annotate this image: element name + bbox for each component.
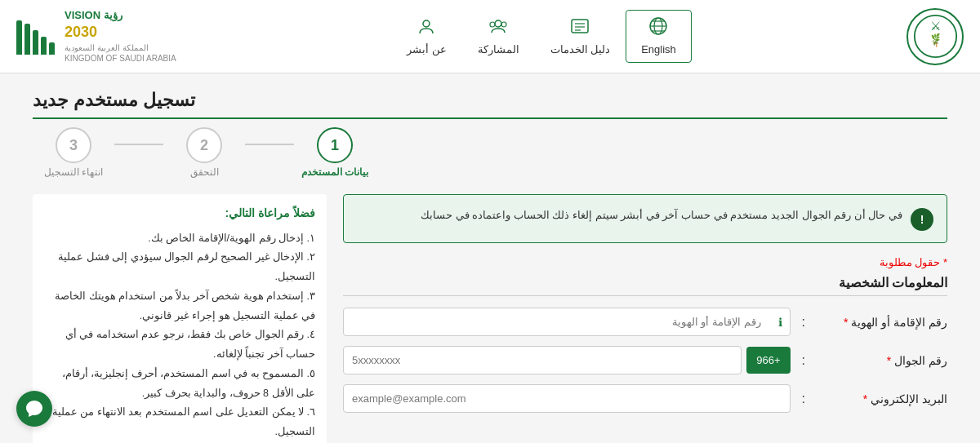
id-label: رقم الإقامة أو الهوية * [817, 316, 947, 329]
email-field-row: البريد الإلكتروني * : [343, 384, 947, 413]
vision-year: 2030 [65, 23, 97, 42]
step-line-2 [114, 144, 163, 145]
nav-participation[interactable]: المشاركة [462, 10, 535, 63]
email-required: * [863, 392, 867, 405]
bar-2 [41, 37, 47, 55]
participation-label: المشاركة [478, 43, 519, 55]
mobile-required: * [887, 354, 891, 367]
phone-row: +966 [343, 346, 791, 374]
phone-code: +966 [746, 347, 790, 374]
main-content: تسجيل مستخدم جديد 1 بيانات المستخدم 2 ال… [16, 73, 964, 443]
notes-section: فضلاً مراعاة التالي: ١. إدخال رقم الهوية… [33, 194, 327, 443]
step-3-circle: 3 [56, 127, 91, 163]
bar-4 [24, 24, 30, 55]
services-label: دليل الخدمات [550, 43, 611, 55]
info-text: في حال أن رقم الجوال الجديد مستخدم في حس… [421, 206, 902, 224]
steps-row: 1 بيانات المستخدم 2 التحقق 3 انتهاء التس… [33, 127, 947, 178]
note-2: ٢. الإدخال غير الصحيح لرقم الجوال سيؤدي … [44, 248, 315, 287]
svg-point-15 [501, 22, 506, 27]
bar-1 [49, 42, 55, 55]
header-nav: English دليل الخدمات المشاركة عن أبشر [391, 10, 692, 63]
required-note: * حقول مطلوبة [343, 256, 947, 268]
svg-text:🌴: 🌴 [932, 40, 940, 47]
email-input-wrap [343, 384, 791, 413]
page-title: تسجيل مستخدم جديد [33, 90, 195, 111]
bar-5 [16, 20, 22, 55]
mobile-field-row: رقم الجوال * : +966 [343, 346, 947, 374]
logo: 🌿 ⚔ 🌴 [906, 8, 964, 65]
id-input-wrap: ℹ [343, 308, 791, 336]
nav-absher[interactable]: عن أبشر [391, 10, 462, 63]
svg-point-14 [490, 22, 495, 27]
absher-icon [416, 17, 437, 40]
step-3: 3 انتهاء التسجيل [33, 127, 114, 178]
mobile-label-text: رقم الجوال [894, 354, 947, 367]
vision-logo: رؤية VISION 2030 المملكة العربية السعودي… [65, 9, 176, 63]
step-2: 2 التحقق [163, 127, 245, 178]
mobile-input[interactable] [343, 346, 742, 374]
step-1-label: بيانات المستخدم [301, 166, 368, 178]
vision-title: رؤية VISION [65, 9, 122, 23]
id-colon: : [802, 315, 805, 330]
english-icon [648, 17, 669, 40]
email-label-text: البريد الإلكتروني [871, 392, 947, 405]
id-field-row: رقم الإقامة أو الهوية * : ℹ [343, 308, 947, 336]
step-line-1 [245, 144, 294, 145]
step-1: 1 بيانات المستخدم [294, 127, 376, 178]
required-asterisk: * [943, 256, 947, 268]
chat-bubble[interactable] [16, 391, 52, 427]
mobile-label: رقم الجوال * [817, 354, 947, 367]
logo-svg: 🌿 ⚔ 🌴 [913, 14, 958, 59]
vision-bar-chart [16, 18, 55, 55]
step-3-label: انتهاء التسجيل [44, 166, 103, 178]
required-text: حقول مطلوبة [880, 256, 941, 268]
note-1: ١. إدخال رقم الهوية/الإقامة الخاص بك. [44, 229, 315, 249]
svg-point-16 [423, 20, 430, 27]
id-info-icon[interactable]: ℹ [778, 316, 782, 329]
right-col: ! في حال أن رقم الجوال الجديد مستخدم في … [343, 194, 947, 443]
english-label: English [641, 43, 676, 55]
services-icon [569, 17, 590, 40]
step-2-circle: 2 [186, 127, 222, 163]
header-left: 🌿 ⚔ 🌴 [906, 8, 964, 65]
note-3: ٣. إستخدام هوية شخص آخر بدلاً من استخدام… [44, 287, 315, 326]
note-5: ٥. المسموح به في اسم المستخدم، أحرف إنجل… [44, 365, 315, 404]
email-input[interactable] [343, 384, 791, 413]
vision-subtitle: المملكة العربية السعودية [65, 42, 149, 53]
svg-point-13 [495, 20, 501, 27]
nav-services[interactable]: دليل الخدمات [535, 10, 626, 63]
two-col: ! في حال أن رقم الجوال الجديد مستخدم في … [33, 194, 947, 443]
bar-3 [33, 30, 38, 55]
step-2-label: التحقق [190, 166, 219, 178]
participation-icon [488, 17, 509, 40]
info-icon: ! [911, 208, 933, 231]
note-4: ٤. رقم الجوال خاص بك فقط، نرجو عدم استخد… [44, 326, 315, 365]
email-colon: : [802, 392, 805, 406]
section-heading: المعلومات الشخصية [343, 275, 947, 296]
info-box: ! في حال أن رقم الجوال الجديد مستخدم في … [343, 194, 947, 243]
mobile-input-wrap: +966 [343, 346, 791, 374]
header-right: رؤية VISION 2030 المملكة العربية السعودي… [16, 9, 176, 63]
notes-title: فضلاً مراعاة التالي: [44, 202, 315, 224]
id-label-text: رقم الإقامة أو الهوية [851, 316, 947, 329]
header: 🌿 ⚔ 🌴 English دليل الخدمات المشاركة [0, 0, 980, 73]
note-6: ٦. لا يمكن التعديل على اسم المستخدم بعد … [44, 403, 315, 442]
absher-label: عن أبشر [407, 43, 447, 55]
mobile-colon: : [802, 353, 805, 368]
vision-subtitle-en: KINGDOM OF SAUDI ARABIA [65, 53, 176, 64]
chat-icon [24, 399, 44, 419]
page-title-row: تسجيل مستخدم جديد [33, 90, 947, 119]
svg-text:⚔: ⚔ [930, 20, 941, 33]
email-label: البريد الإلكتروني * [817, 392, 947, 405]
nav-english[interactable]: English [626, 10, 692, 63]
id-required: * [844, 316, 848, 329]
left-col: فضلاً مراعاة التالي: ١. إدخال رقم الهوية… [33, 194, 327, 443]
step-1-circle: 1 [317, 127, 353, 163]
id-input[interactable] [343, 308, 791, 336]
